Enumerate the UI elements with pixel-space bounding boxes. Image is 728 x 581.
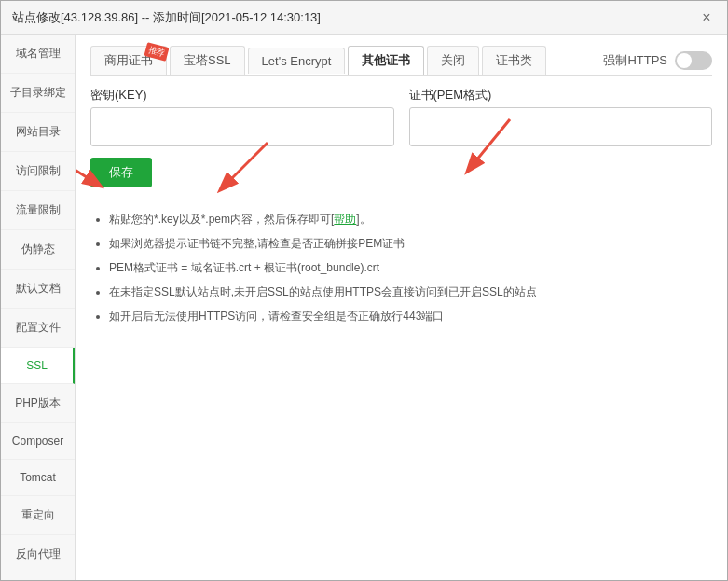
main-layout: 域名管理 子目录绑定 网站目录 访问限制 流量限制 伪静态 默认文档 配置文件 … [1, 35, 727, 580]
tip-item-1: 粘贴您的*.key以及*.pem内容，然后保存即可[帮助]。 [109, 208, 712, 230]
sidebar-item-domain[interactable]: 域名管理 [1, 35, 75, 74]
tab-cert-type[interactable]: 证书类 [482, 46, 546, 75]
tip-item-2: 如果浏览器提示证书链不完整,请检查是否正确拼接PEM证书 [109, 232, 712, 255]
force-https-toggle[interactable] [675, 51, 712, 70]
key-label: 密钥(KEY) [90, 87, 394, 104]
close-button[interactable]: × [697, 8, 716, 27]
sidebar-item-composer[interactable]: Composer [1, 423, 75, 460]
key-field-group: 密钥(KEY) [90, 87, 394, 146]
save-area: 保存 [90, 158, 712, 199]
tab-lets-encrypt[interactable]: Let's Encrypt [248, 48, 346, 74]
sidebar-item-ssl[interactable]: SSL [1, 348, 75, 384]
tip-item-4: 在未指定SSL默认站点时,未开启SSL的站点使用HTTPS会直接访问到已开启SS… [109, 281, 712, 303]
tabs-row: 商用证书 推荐 宝塔SSL Let's Encrypt 其他证书 关闭 证书类 [90, 46, 712, 76]
window-title: 站点修改[43.128.39.86] -- 添加时间[2021-05-12 14… [12, 9, 321, 26]
sidebar-item-traffic[interactable]: 流量限制 [1, 191, 75, 230]
cert-fields: 密钥(KEY) 证书(PEM格式) [90, 87, 712, 146]
help-link[interactable]: 帮助 [334, 213, 356, 226]
sidebar-item-webdir[interactable]: 网站目录 [1, 113, 75, 152]
sidebar-item-tomcat[interactable]: Tomcat [1, 460, 75, 496]
tip-item-5: 如开启后无法使用HTTPS访问，请检查安全组是否正确放行443端口 [109, 305, 712, 327]
sidebar-item-default-doc[interactable]: 默认文档 [1, 270, 75, 309]
cert-label: 证书(PEM格式) [409, 87, 713, 104]
key-textarea[interactable] [90, 107, 394, 146]
force-https-label: 强制HTTPS [603, 52, 667, 69]
sidebar-item-php[interactable]: PHP版本 [1, 384, 75, 423]
sidebar: 域名管理 子目录绑定 网站目录 访问限制 流量限制 伪静态 默认文档 配置文件 … [1, 35, 76, 580]
sidebar-item-config[interactable]: 配置文件 [1, 309, 75, 348]
tips-section: 粘贴您的*.key以及*.pem内容，然后保存即可[帮助]。 如果浏览器提示证书… [90, 208, 712, 329]
sidebar-item-subdir[interactable]: 子目录绑定 [1, 74, 75, 113]
tab-commercial[interactable]: 商用证书 推荐 [90, 46, 167, 75]
sidebar-item-fake[interactable]: 伪静态 [1, 230, 75, 270]
cert-field-group: 证书(PEM格式) [409, 87, 713, 146]
content-area: 商用证书 推荐 宝塔SSL Let's Encrypt 其他证书 关闭 证书类 [76, 35, 727, 580]
title-bar: 站点修改[43.128.39.86] -- 添加时间[2021-05-12 14… [1, 1, 727, 35]
tab-other-cert[interactable]: 其他证书 [348, 46, 424, 75]
tab-close[interactable]: 关闭 [427, 46, 479, 75]
sidebar-item-redirect[interactable]: 重定向 [1, 496, 75, 535]
force-https-control: 强制HTTPS [603, 51, 712, 70]
main-window: 站点修改[43.128.39.86] -- 添加时间[2021-05-12 14… [0, 0, 728, 581]
cert-textarea[interactable] [409, 107, 713, 146]
sidebar-item-access[interactable]: 访问限制 [1, 152, 75, 191]
tip-item-3: PEM格式证书 = 域名证书.crt + 根证书(root_bundle).cr… [109, 256, 712, 279]
sidebar-item-resource[interactable]: 流量管理 [1, 574, 75, 580]
tab-bt-ssl[interactable]: 宝塔SSL [170, 46, 245, 75]
save-button[interactable]: 保存 [90, 158, 152, 187]
sidebar-item-reverse[interactable]: 反向代理 [1, 535, 75, 574]
